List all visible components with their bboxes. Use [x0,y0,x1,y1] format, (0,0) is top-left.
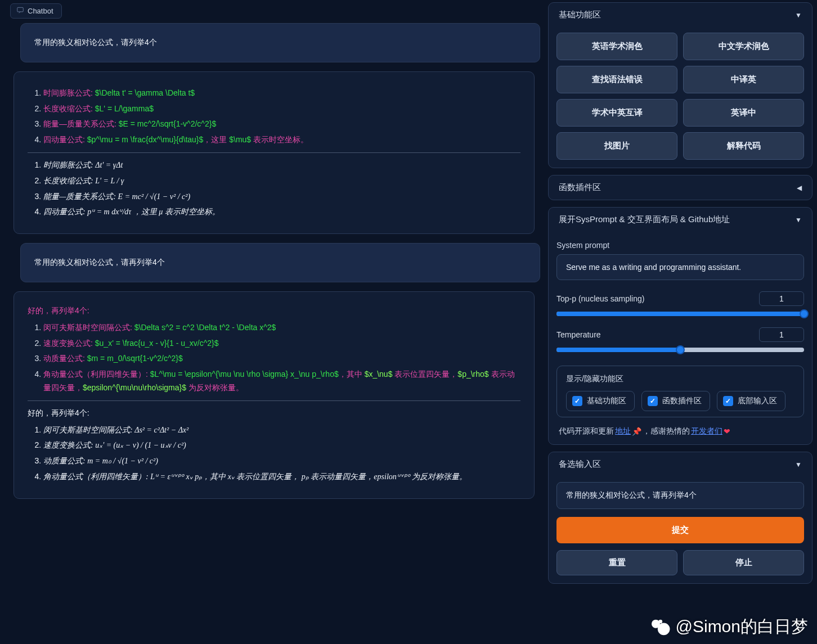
check-label: 底部输入区 [738,396,777,406]
prompt-input[interactable]: 常用的狭义相对论公式，请再列举4个 [556,482,804,509]
list-item: 角动量公式（利用四维矢量）: $L^\mu = \epsilon^{\mu \n… [43,368,520,395]
temperature-row: Temperature 1 [556,327,804,352]
rendered-intro: 好的，再列举4个: [28,407,520,420]
checkmark-icon: ✓ [572,396,582,406]
check-label: 基础功能区 [587,396,626,406]
slider-fill [556,348,680,352]
separator [28,400,520,401]
contrib-link[interactable]: 开发者们 [691,426,722,436]
panel-input-head[interactable]: 备选输入区 ▼ [549,452,812,476]
preset-btn[interactable]: 查找语法错误 [556,66,677,93]
check-label: 函数插件区 [662,396,702,406]
chevron-down-icon: ▼ [795,11,802,19]
stop-button[interactable]: 停止 [683,550,804,575]
rendered-list: 闵可夫斯基时空间隔公式: Δs² = c²Δt² − Δx² 速度变换公式: u… [28,424,520,484]
user-text: 常用的狭义相对论公式，请再列举4个 [34,258,165,267]
sysprompt-input[interactable]: Serve me as a writing and programming as… [556,254,804,280]
panel-title: 备选输入区 [559,459,601,470]
checkbox-basic[interactable]: ✓ 基础功能区 [566,391,635,411]
panel-title: 基础功能区 [559,10,601,20]
list-item: 速度变换公式: $u_x' = \frac{u_x - v}{1 - u_xv/… [43,337,520,350]
raw-latex-list: 闵可夫斯基时空间隔公式: $\Delta s^2 = c^2 \Delta t^… [28,321,520,395]
preset-btn[interactable]: 找图片 [556,132,677,160]
preset-btn[interactable]: 英语学术润色 [556,33,677,60]
separator [28,152,520,153]
chat-icon [16,6,24,16]
reset-button[interactable]: 重置 [556,550,677,575]
list-item: 四动量公式: $p^\mu = m \frac{dx^\mu}{d\tau}$，… [43,133,520,147]
list-item: 速度变换公式: uₓ' = (uₓ − v) / (1 − uₓv / c²) [43,439,520,452]
panel-sysprompt: 展开SysPrompt & 交互界面布局 & Github地址 ▼ System… [548,207,812,445]
topp-slider[interactable] [556,312,804,316]
bot-message: 时间膨胀公式: $\Delta t' = \gamma \Delta t$ 长度… [14,71,535,234]
bot-message: 好的，再列举4个: 闵可夫斯基时空间隔公式: $\Delta s^2 = c^2… [14,291,535,499]
panel-basic-head[interactable]: 基础功能区 ▼ [549,3,812,27]
bot-intro: 好的，再列举4个: [28,304,520,318]
chevron-down-icon: ▼ [795,461,802,469]
checkbox-input[interactable]: ✓ 底部输入区 [717,391,785,411]
tab-label: Chatbot [28,7,53,15]
preset-grid: 英语学术润色 中文学术润色 查找语法错误 中译英 学术中英互译 英译中 找图片 … [556,33,804,160]
sysprompt-label: System prompt [556,241,804,250]
temperature-label: Temperature [556,330,601,339]
list-item: 动质量公式: $m = m_0/\sqrt{1-v^2/c^2}$ [43,352,520,366]
tab-chatbot[interactable]: Chatbot [10,3,62,19]
slider-thumb[interactable] [800,309,809,318]
submit-button[interactable]: 提交 [556,517,804,543]
preset-btn[interactable]: 学术中英互译 [556,99,677,127]
temperature-slider[interactable] [556,348,804,352]
visibility-toggle-box: 显示/隐藏功能区 ✓ 基础功能区 ✓ 函数插件区 ✓ 底部输入区 [556,366,804,417]
list-item: 能量—质量关系公式: E = mc² / √(1 − v² / c²) [43,190,520,204]
svg-rect-0 [17,7,24,12]
user-message: 常用的狭义相对论公式，请列举4个 [20,23,540,62]
list-item: 长度收缩公式: L' = L / γ [43,174,520,188]
panel-sysprompt-head[interactable]: 展开SysPrompt & 交互界面布局 & Github地址 ▼ [549,208,812,232]
list-item: 动质量公式: m = m₀ / √(1 − v² / c²) [43,454,520,468]
heart-icon: ❤ [724,427,730,436]
list-item: 四动量公式: pᵘ = m dxᵘ/dτ ，这里 μ 表示时空坐标。 [43,205,520,219]
slider-thumb[interactable] [676,345,685,354]
raw-latex-list: 时间膨胀公式: $\Delta t' = \gamma \Delta t$ 长度… [28,87,520,147]
list-item: 能量—质量关系公式: $E = mc^2/\sqrt{1-v^2/c^2}$ [43,118,520,131]
chevron-left-icon: ◀ [797,184,802,192]
checkmark-icon: ✓ [723,396,733,406]
list-item: 时间膨胀公式: Δt' = γΔt [43,159,520,172]
preset-btn[interactable]: 解释代码 [683,132,804,160]
checkbox-plugins[interactable]: ✓ 函数插件区 [641,391,710,411]
panel-input: 备选输入区 ▼ 常用的狭义相对论公式，请再列举4个 提交 重置 停止 [548,452,812,584]
preset-btn[interactable]: 中译英 [683,66,804,93]
user-message: 常用的狭义相对论公式，请再列举4个 [20,243,540,282]
list-item: 时间膨胀公式: $\Delta t' = \gamma \Delta t$ [43,87,520,100]
panel-title: 展开SysPrompt & 交互界面布局 & Github地址 [559,214,730,225]
repo-link[interactable]: 地址 [615,426,631,436]
list-item: 角动量公式（利用四维矢量）: Lᵘ = εᵘᵛᵖᵒ xᵥ pₚ，其中 xᵥ 表示… [43,470,520,484]
list-item: 闵可夫斯基时空间隔公式: $\Delta s^2 = c^2 \Delta t^… [43,321,520,335]
pin-icon: 📌 [632,427,641,436]
preset-btn[interactable]: 英译中 [683,99,804,127]
slider-fill [556,312,804,316]
topp-value[interactable]: 1 [759,291,804,306]
topp-row: Top-p (nucleus sampling) 1 [556,291,804,316]
panel-plugins: 函数插件区 ◀ [548,175,812,200]
panel-basic: 基础功能区 ▼ 英语学术润色 中文学术润色 查找语法错误 中译英 学术中英互译 … [548,2,812,168]
chat-area: 常用的狭义相对论公式，请列举4个 时间膨胀公式: $\Delta t' = \g… [10,23,541,640]
panel-title: 函数插件区 [559,182,601,193]
toggle-title: 显示/隐藏功能区 [566,374,794,384]
list-item: 长度收缩公式: $L' = L/\gamma$ [43,102,520,116]
list-item: 闵可夫斯基时空间隔公式: Δs² = c²Δt² − Δx² [43,424,520,437]
checkmark-icon: ✓ [648,396,658,406]
preset-btn[interactable]: 中文学术润色 [683,33,804,60]
user-text: 常用的狭义相对论公式，请列举4个 [34,38,157,47]
topp-label: Top-p (nucleus sampling) [556,294,644,303]
chevron-down-icon: ▼ [795,216,802,224]
footnote: 代码开源和更新 地址 📌 ，感谢热情的 开发者们 ❤ [556,426,804,436]
temperature-value[interactable]: 1 [759,327,804,342]
panel-plugins-head[interactable]: 函数插件区 ◀ [549,175,812,200]
rendered-list: 时间膨胀公式: Δt' = γΔt 长度收缩公式: L' = L / γ 能量—… [28,159,520,219]
